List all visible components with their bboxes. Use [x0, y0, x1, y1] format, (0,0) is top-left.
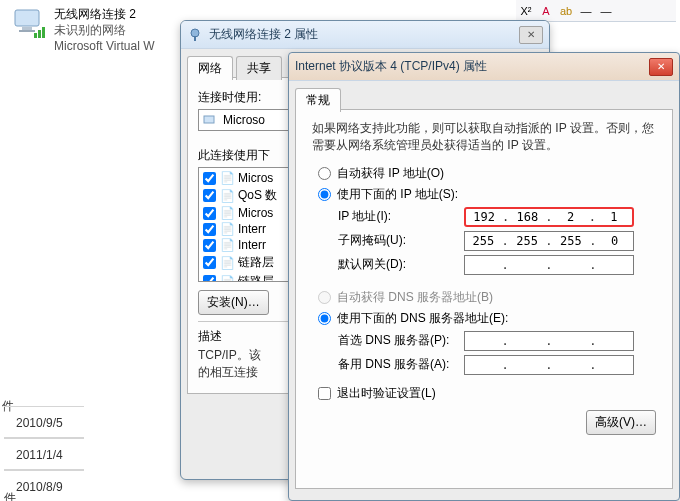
adapter-icon	[203, 113, 217, 127]
divider-1: —	[578, 5, 594, 17]
component-checkbox[interactable]	[203, 239, 216, 252]
component-icon: 📄	[220, 256, 234, 270]
component-checkbox[interactable]	[203, 189, 216, 202]
close-button[interactable]	[519, 26, 543, 44]
svg-point-6	[191, 29, 199, 37]
dns2-label: 备用 DNS 服务器(A):	[338, 356, 458, 373]
dialog-button-row: 确定 取消	[289, 495, 679, 501]
advanced-button[interactable]: 高级(V)…	[586, 410, 656, 435]
svg-rect-5	[42, 27, 45, 38]
svg-rect-3	[34, 33, 37, 38]
dns1-label: 首选 DNS 服务器(P):	[338, 332, 458, 349]
highlight-icon[interactable]: ab	[558, 5, 574, 17]
radio-manual-dns-label: 使用下面的 DNS 服务器地址(E):	[337, 310, 508, 327]
component-checkbox[interactable]	[203, 223, 216, 236]
component-icon: 📄	[220, 189, 234, 203]
svg-rect-1	[22, 27, 32, 30]
left-column-stub-bottom: 件	[0, 490, 16, 501]
component-checkbox[interactable]	[203, 275, 216, 282]
radio-manual-ip-label: 使用下面的 IP 地址(S):	[337, 186, 458, 203]
radio-auto-ip[interactable]	[318, 167, 331, 180]
svg-rect-4	[38, 30, 41, 38]
subnet-mask-label: 子网掩码(U):	[338, 232, 458, 249]
tab-network[interactable]: 网络	[187, 56, 233, 80]
radio-auto-ip-label: 自动获得 IP 地址(O)	[337, 165, 444, 182]
connection-name: 无线网络连接 2	[54, 6, 172, 22]
subnet-mask-input[interactable]: 255. 255. 255. 0	[464, 231, 634, 251]
window-titlebar[interactable]: 无线网络连接 2 属性	[181, 21, 549, 49]
svg-rect-2	[19, 30, 35, 32]
date-list: 2010/9/5 2011/1/4 2010/8/9	[4, 406, 84, 501]
network-connection-item[interactable]: 无线网络连接 2 未识别的网络 Microsoft Virtual W	[8, 2, 176, 59]
component-icon: 📄	[220, 238, 234, 252]
component-icon: 📄	[220, 206, 234, 220]
dns2-input[interactable]: ...	[464, 355, 634, 375]
radio-manual-ip[interactable]	[318, 188, 331, 201]
window-titlebar[interactable]: Internet 协议版本 4 (TCP/IPv4) 属性	[289, 53, 679, 81]
date-cell[interactable]: 2011/1/4	[4, 438, 84, 470]
divider-2: —	[598, 5, 614, 17]
gateway-label: 默认网关(D):	[338, 256, 458, 273]
window-icon	[187, 27, 203, 43]
component-icon: 📄	[220, 222, 234, 236]
adapter-name-field: Microso	[223, 113, 265, 127]
intro-text: 如果网络支持此功能，则可以获取自动指派的 IP 设置。否则，您需要从网络系统管理…	[312, 120, 656, 155]
radio-manual-dns[interactable]	[318, 312, 331, 325]
svg-rect-8	[204, 116, 214, 123]
ip-address-label: IP 地址(I):	[338, 208, 458, 225]
connection-status: 未识别的网络	[54, 22, 172, 38]
component-checkbox[interactable]	[203, 256, 216, 269]
gateway-input[interactable]: . . .	[464, 255, 634, 275]
network-adapter-icon	[12, 6, 48, 42]
font-color-icon[interactable]: A	[538, 5, 554, 17]
validate-on-exit-label: 退出时验证设置(L)	[337, 385, 436, 402]
radio-auto-dns-label: 自动获得 DNS 服务器地址(B)	[337, 289, 493, 306]
window-title: 无线网络连接 2 属性	[209, 26, 513, 43]
component-checkbox[interactable]	[203, 172, 216, 185]
ip-address-input[interactable]: 192. 168. 2. 1	[464, 207, 634, 227]
date-cell[interactable]: 2010/8/9	[4, 470, 84, 501]
date-cell[interactable]: 2010/9/5	[4, 406, 84, 438]
close-button[interactable]	[649, 58, 673, 76]
radio-auto-dns	[318, 291, 331, 304]
ipv4-pane: 如果网络支持此功能，则可以获取自动指派的 IP 设置。否则，您需要从网络系统管理…	[295, 109, 673, 489]
component-icon: 📄	[220, 171, 234, 185]
validate-on-exit-checkbox[interactable]	[318, 387, 331, 400]
ipv4-properties-window: Internet 协议版本 4 (TCP/IPv4) 属性 常规 如果网络支持此…	[288, 52, 680, 501]
toolbar-fragment: X² A ab — —	[516, 0, 676, 22]
svg-rect-0	[15, 10, 39, 26]
tab-share[interactable]: 共享	[236, 56, 282, 80]
window-title: Internet 协议版本 4 (TCP/IPv4) 属性	[295, 58, 643, 75]
tab-general[interactable]: 常规	[295, 88, 341, 112]
dns1-input[interactable]: ...	[464, 331, 634, 351]
svg-rect-7	[194, 36, 196, 41]
component-checkbox[interactable]	[203, 207, 216, 220]
install-button[interactable]: 安装(N)…	[198, 290, 269, 315]
component-icon: 📄	[220, 275, 234, 283]
connection-adapter: Microsoft Virtual W	[54, 38, 172, 54]
superscript-icon[interactable]: X²	[518, 5, 534, 17]
